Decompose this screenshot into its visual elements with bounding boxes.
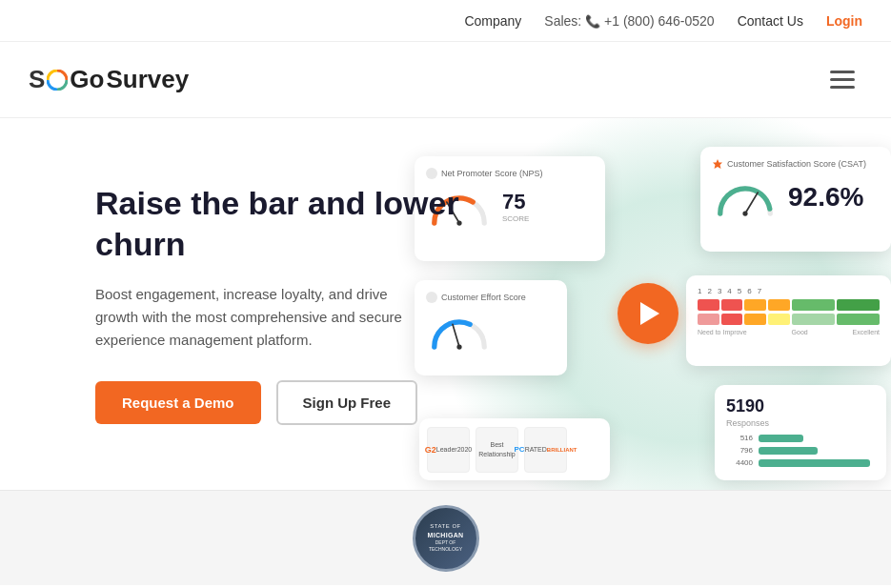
svg-marker-3 [713,159,722,169]
response-value-1: 516 [726,434,753,442]
responses-card: 5190 Responses 516 796 4400 [715,385,886,480]
trust-bar: STATE OF MICHIGAN DEPT OFTECHNOLOGY [0,490,891,585]
nps-card-title: Net Promoter Score (NPS) [426,168,594,179]
seal-text: STATE OF MICHIGAN DEPT OFTECHNOLOGY [428,523,464,553]
nps-score: 75 [502,190,529,214]
hamburger-line-3 [830,86,855,89]
heatmap-cell [698,299,719,311]
login-link[interactable]: Login [826,13,862,29]
badge-best: Best Relationship [476,427,518,473]
play-button[interactable] [618,283,678,344]
heatmap-row-2 [698,314,880,325]
logo-text-s: S [29,65,45,94]
main-header: S Go Survey [0,42,891,118]
heatmap-cell [744,314,766,325]
logo[interactable]: S Go Survey [29,65,189,94]
csat-percent: 92.6% [788,182,863,213]
hamburger-menu[interactable] [822,63,862,96]
heatmap-cell [698,314,719,325]
svg-line-4 [745,193,758,213]
request-demo-button[interactable]: Request a Demo [95,381,261,424]
badge-g2: G2 Leader 2020 [427,427,470,473]
csat-card: Customer Satisfaction Score (CSAT) 92.6% [700,147,891,252]
nps-value-block: 75 SCORE [502,190,529,223]
response-bar-2 [759,447,818,455]
heatmap-cell [768,299,790,311]
response-row-2: 796 [726,446,875,455]
csat-gauge-area: 92.6% [712,175,880,218]
heatmap-row-1 [698,299,880,311]
heatmap-cell [721,314,743,325]
response-value-2: 796 [726,446,753,455]
csat-card-title: Customer Satisfaction Score (CSAT) [712,158,880,170]
heatmap-cell [792,314,835,325]
hamburger-line-1 [830,71,855,73]
heatmap-cell [768,314,790,325]
responses-label: Responses [726,418,875,428]
hero-buttons: Request a Demo Sign Up Free [95,380,496,425]
heatmap-cell [837,314,880,325]
company-link[interactable]: Company [464,13,521,29]
heatmap-cell [837,299,880,311]
nps-icon [426,168,437,179]
hamburger-line-2 [830,78,855,81]
response-bar-3 [759,459,870,467]
csat-icon [712,158,723,170]
heatmap-card: 1 2 3 4 5 6 7 [686,275,891,366]
top-navigation: Company Sales: 📞 +1 (800) 646-0520 Conta… [0,0,891,42]
logo-icon [47,70,68,91]
heatmap-labels: Need to Improve Good Excellent [698,329,880,335]
heatmap-cell [721,299,743,311]
sales-label: Sales: 📞 +1 (800) 646-0520 [544,13,714,29]
badge-pc: PC RATED BRILLIANT [524,427,567,473]
sign-up-button[interactable]: Sign Up Free [276,380,418,425]
hero-title: Raise the bar and lower churn [95,183,496,264]
logo-text-go: Go [70,65,104,94]
csat-gauge-svg [712,175,779,218]
hero-section: Raise the bar and lower churn Boost enga… [0,118,891,490]
response-value-3: 4400 [726,458,753,467]
hero-text-block: Raise the bar and lower churn Boost enga… [95,183,496,425]
contact-link[interactable]: Contact Us [738,13,803,29]
hero-description: Boost engagement, increase loyalty, and … [95,283,419,352]
heatmap-cell [744,299,766,311]
play-icon [640,302,659,325]
phone-icon: 📞 [585,14,600,29]
responses-total: 5190 [726,396,875,416]
logo-text-survey: Survey [106,65,189,94]
nps-score-label: SCORE [502,214,529,223]
heatmap-cell [792,299,835,311]
response-row-3: 4400 [726,458,875,467]
svg-point-5 [742,211,747,215]
badges-card: G2 Leader 2020 Best Relationship PC RATE… [419,418,610,480]
response-bar-1 [759,435,803,442]
trust-seal: STATE OF MICHIGAN DEPT OFTECHNOLOGY [413,505,479,572]
heatmap-numbers: 1 2 3 4 5 6 7 [698,287,880,295]
response-row-1: 516 [726,434,875,442]
